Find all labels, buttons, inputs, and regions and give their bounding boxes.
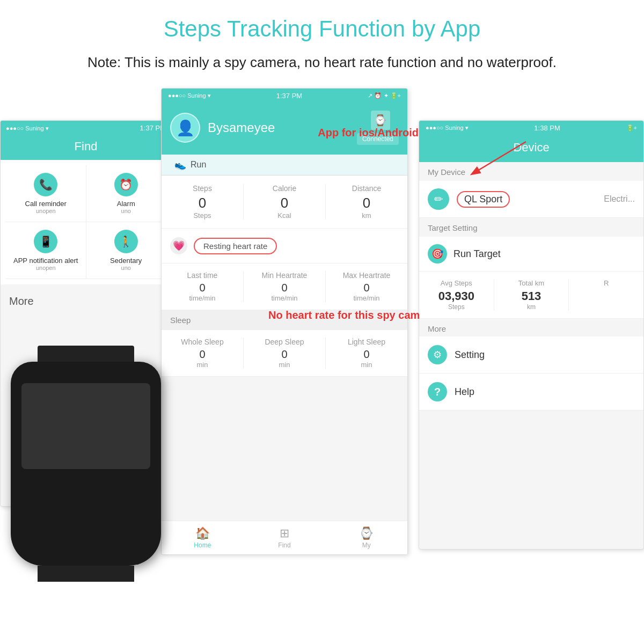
steps-unit: Steps <box>162 211 243 219</box>
light-sleep-unit: min <box>326 361 407 369</box>
avg-stats-row: Avg Steps 03,930 Steps Total km 513 km R <box>419 272 643 319</box>
avg-steps-unit: Steps <box>423 303 489 311</box>
left-signal: ●●●○○ Suning ▾ <box>6 124 49 132</box>
center-time: 1:37 PM <box>276 92 302 100</box>
target-setting-header: Target Setting <box>419 218 643 237</box>
hr-stats-row: Last time 0 time/min Min Heartrate 0 tim… <box>162 264 407 310</box>
alarm-icon: ⏰ <box>114 173 138 196</box>
left-header: Find <box>1 135 171 160</box>
grid-item-sedentary[interactable]: 🚶 Sedentary uno <box>86 222 166 279</box>
my-device-header: My Device <box>419 162 643 181</box>
nav-my-label: My <box>362 541 371 549</box>
help-icon: ? <box>428 382 447 401</box>
avg-steps-stat: Avg Steps 03,930 Steps <box>419 279 494 311</box>
right-battery: 🔋+ <box>626 125 637 131</box>
max-hr-stat: Max Heartrate 0 time/min <box>326 271 407 302</box>
distance-unit: km <box>326 211 407 219</box>
grid-item-alarm[interactable]: ⏰ Alarm uno <box>86 165 166 222</box>
total-km-stat: Total km 513 km <box>494 279 569 311</box>
calorie-unit: Kcal <box>244 211 325 219</box>
min-hr-label: Min Heartrate <box>244 271 325 280</box>
whole-sleep-label: Whole Sleep <box>162 338 243 346</box>
run-target-label: Run Target <box>453 248 501 260</box>
deep-sleep-value: 0 <box>244 348 325 361</box>
last-time-unit: time/min <box>162 294 243 302</box>
light-sleep-value: 0 <box>326 348 407 361</box>
alarm-label: Alarm <box>90 200 163 208</box>
nav-my[interactable]: ⌚ My <box>325 526 407 549</box>
find-icon: ⊞ <box>244 526 326 540</box>
deep-sleep-stat: Deep Sleep 0 min <box>244 338 326 369</box>
call-label: Call reminder <box>9 200 83 208</box>
nav-find-label: Find <box>278 541 290 549</box>
right-header: Device <box>419 135 643 162</box>
calorie-value: 0 <box>244 195 325 211</box>
right-phone-screenshot: ●●●○○ Suning ▾ 1:38 PM 🔋+ Device My Devi… <box>419 120 644 550</box>
right-status-bar: ●●●○○ Suning ▾ 1:38 PM 🔋+ <box>419 121 643 135</box>
run-target-icon: 🎯 <box>428 244 447 264</box>
steps-stat: Steps 0 Steps <box>162 184 244 219</box>
right-signal: ●●●○○ Suning ▾ <box>426 125 469 131</box>
notification-sub: unopen <box>9 265 83 271</box>
min-hr-value: 0 <box>244 282 325 294</box>
total-km-label: Total km <box>499 279 565 287</box>
sleep-stats-row: Whole Sleep 0 min Deep Sleep 0 min Light… <box>162 330 407 377</box>
center-signal: ●●●○○ Suning ▾ <box>168 92 211 99</box>
max-hr-label: Max Heartrate <box>326 271 407 280</box>
left-status-bar: ●●●○○ Suning ▾ 1:37 PM <box>1 121 171 135</box>
page-title: Steps Tracking Function by App <box>0 0 644 53</box>
grid-row-2: 📱 APP notification alert unopen 🚶 Sedent… <box>6 222 166 279</box>
light-sleep-label: Light Sleep <box>326 338 407 346</box>
setting-label: Setting <box>455 349 485 361</box>
electric-label: Electri... <box>604 194 635 204</box>
calorie-stat: Calorie 0 Kcal <box>244 184 326 219</box>
calorie-label: Calorie <box>244 184 325 193</box>
alarm-sub: uno <box>90 208 163 214</box>
center-status-bar: ●●●○○ Suning ▾ 1:37 PM ↗ ⏰ ✦ 🔋+ <box>162 89 407 103</box>
activity-bar: 👟 Run <box>162 155 407 175</box>
grid-item-call[interactable]: 📞 Call reminder unopen <box>6 165 86 222</box>
nav-find[interactable]: ⊞ Find <box>244 526 326 549</box>
note-text: Note: This is mainly a spy camera, no he… <box>0 53 644 72</box>
min-hr-stat: Min Heartrate 0 time/min <box>244 271 326 302</box>
device-row: ✏ QL Sport Electri... <box>419 181 643 218</box>
ql-sport-label: QL Sport <box>457 191 510 208</box>
run-target-row[interactable]: 🎯 Run Target <box>419 237 643 272</box>
center-right-icons: ↗ ⏰ ✦ 🔋+ <box>368 92 401 99</box>
my-icon: ⌚ <box>325 526 407 540</box>
r-label: R <box>573 279 639 287</box>
smartwatch-photo <box>0 346 182 571</box>
bottom-nav: 🏠 Home ⊞ Find ⌚ My <box>162 521 407 554</box>
activity-label: Run <box>191 160 206 170</box>
help-row[interactable]: ? Help <box>419 374 643 411</box>
device-icon: ✏ <box>428 188 449 210</box>
distance-value: 0 <box>326 195 407 211</box>
setting-row[interactable]: ⚙ Setting <box>419 336 643 374</box>
grid-item-notification[interactable]: 📱 APP notification alert unopen <box>6 222 86 279</box>
notification-label: APP notification alert <box>9 257 83 265</box>
avg-steps-value: 03,930 <box>423 289 489 303</box>
deep-sleep-unit: min <box>244 361 325 369</box>
stats-row: Steps 0 Steps Calorie 0 Kcal Distance 0 … <box>162 175 407 229</box>
last-time-stat: Last time 0 time/min <box>162 271 244 302</box>
last-time-label: Last time <box>162 271 243 280</box>
sedentary-sub: uno <box>90 265 163 271</box>
app-label: App for ios/Android <box>318 127 419 139</box>
more-section-header: More <box>419 319 643 336</box>
distance-stat: Distance 0 km <box>326 184 407 219</box>
setting-icon: ⚙ <box>428 345 447 364</box>
deep-sleep-label: Deep Sleep <box>244 338 325 346</box>
total-km-value: 513 <box>499 289 565 303</box>
distance-label: Distance <box>326 184 407 193</box>
heart-icon: 💗 <box>170 237 187 254</box>
light-sleep-stat: Light Sleep 0 min <box>326 338 407 369</box>
last-time-value: 0 <box>162 282 243 294</box>
left-grid: 📞 Call reminder unopen ⏰ Alarm uno 📱 APP… <box>1 160 171 284</box>
avg-steps-label: Avg Steps <box>423 279 489 287</box>
sedentary-label: Sedentary <box>90 257 163 265</box>
sedentary-icon: 🚶 <box>114 230 138 253</box>
avatar: 👤 <box>170 113 200 143</box>
steps-value: 0 <box>162 195 243 211</box>
total-km-unit: km <box>499 303 565 311</box>
max-hr-unit: time/min <box>326 294 407 302</box>
